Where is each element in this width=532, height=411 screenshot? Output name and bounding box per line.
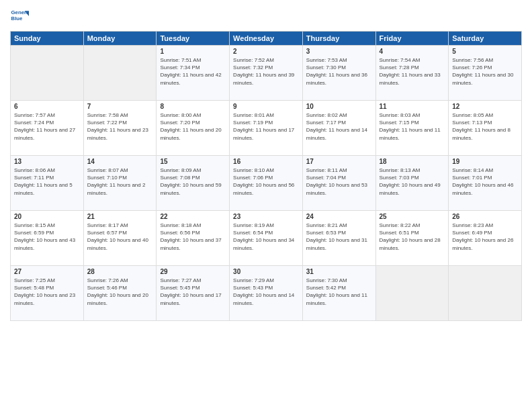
- day-info: Sunrise: 7:57 AMSunset: 7:24 PMDaylight:…: [14, 111, 80, 142]
- calendar-cell: 7Sunrise: 7:58 AMSunset: 7:22 PMDaylight…: [83, 101, 157, 156]
- calendar-cell: 5Sunrise: 7:56 AMSunset: 7:26 PMDaylight…: [449, 46, 522, 101]
- calendar-cell: 25Sunrise: 8:22 AMSunset: 6:51 PMDayligh…: [375, 211, 449, 266]
- calendar-table: Sunday Monday Tuesday Wednesday Thursday…: [10, 31, 522, 321]
- day-number: 22: [160, 213, 226, 220]
- day-info: Sunrise: 7:27 AMSunset: 5:45 PMDaylight:…: [160, 277, 226, 307]
- day-info: Sunrise: 8:22 AMSunset: 6:51 PMDaylight:…: [380, 222, 445, 252]
- day-info: Sunrise: 7:52 AMSunset: 7:32 PMDaylight:…: [233, 56, 299, 87]
- day-number: 6: [14, 103, 80, 110]
- calendar-cell: 31Sunrise: 7:30 AMSunset: 5:42 PMDayligh…: [302, 266, 375, 321]
- header-saturday: Saturday: [449, 32, 522, 46]
- day-number: 29: [160, 268, 226, 275]
- svg-text:Blue: Blue: [11, 15, 24, 21]
- calendar-cell: 26Sunrise: 8:23 AMSunset: 6:49 PMDayligh…: [449, 211, 522, 266]
- day-info: Sunrise: 7:29 AMSunset: 5:43 PMDaylight:…: [233, 277, 299, 307]
- calendar-cell: 29Sunrise: 7:27 AMSunset: 5:45 PMDayligh…: [157, 266, 230, 321]
- calendar-cell: 2Sunrise: 7:52 AMSunset: 7:32 PMDaylight…: [230, 46, 303, 101]
- day-number: 12: [452, 103, 518, 110]
- calendar-cell: 27Sunrise: 7:25 AMSunset: 5:48 PMDayligh…: [11, 266, 84, 321]
- calendar-cell: 22Sunrise: 8:18 AMSunset: 6:56 PMDayligh…: [157, 211, 230, 266]
- day-number: 9: [233, 103, 299, 110]
- day-info: Sunrise: 8:15 AMSunset: 6:59 PMDaylight:…: [14, 222, 80, 252]
- day-number: 17: [306, 158, 372, 165]
- day-number: 14: [87, 158, 153, 165]
- day-info: Sunrise: 7:25 AMSunset: 5:48 PMDaylight:…: [14, 277, 80, 307]
- day-number: 24: [306, 213, 372, 220]
- calendar-cell: 28Sunrise: 7:26 AMSunset: 5:46 PMDayligh…: [83, 266, 157, 321]
- calendar-week-4: 27Sunrise: 7:25 AMSunset: 5:48 PMDayligh…: [11, 266, 522, 321]
- day-number: 20: [14, 213, 80, 220]
- day-number: 15: [160, 158, 226, 165]
- day-info: Sunrise: 8:18 AMSunset: 6:56 PMDaylight:…: [160, 222, 226, 252]
- logo-icon: General Blue: [10, 7, 29, 26]
- day-info: Sunrise: 7:51 AMSunset: 7:34 PMDaylight:…: [160, 56, 226, 87]
- header-friday: Friday: [375, 32, 449, 46]
- calendar-cell: 8Sunrise: 8:00 AMSunset: 7:20 PMDaylight…: [157, 101, 230, 156]
- day-info: Sunrise: 8:14 AMSunset: 7:01 PMDaylight:…: [452, 167, 518, 197]
- calendar-cell: 6Sunrise: 7:57 AMSunset: 7:24 PMDaylight…: [11, 101, 84, 156]
- day-info: Sunrise: 8:11 AMSunset: 7:04 PMDaylight:…: [306, 167, 372, 197]
- day-info: Sunrise: 8:02 AMSunset: 7:17 PMDaylight:…: [306, 111, 372, 142]
- day-info: Sunrise: 7:53 AMSunset: 7:30 PMDaylight:…: [306, 56, 372, 87]
- day-number: 7: [87, 103, 153, 110]
- day-number: 5: [452, 48, 518, 55]
- calendar-cell: 20Sunrise: 8:15 AMSunset: 6:59 PMDayligh…: [11, 211, 84, 266]
- header-tuesday: Tuesday: [157, 32, 230, 46]
- day-info: Sunrise: 8:19 AMSunset: 6:54 PMDaylight:…: [233, 222, 299, 252]
- day-info: Sunrise: 8:00 AMSunset: 7:20 PMDaylight:…: [160, 111, 226, 142]
- day-number: 18: [380, 158, 445, 165]
- logo: General Blue: [10, 7, 32, 26]
- calendar-cell: 13Sunrise: 8:06 AMSunset: 7:11 PMDayligh…: [11, 156, 84, 211]
- calendar-cell: 23Sunrise: 8:19 AMSunset: 6:54 PMDayligh…: [230, 211, 303, 266]
- calendar-cell: [449, 266, 522, 321]
- calendar-cell: 21Sunrise: 8:17 AMSunset: 6:57 PMDayligh…: [83, 211, 157, 266]
- day-number: 11: [380, 103, 445, 110]
- day-info: Sunrise: 8:21 AMSunset: 6:53 PMDaylight:…: [306, 222, 372, 252]
- calendar-cell: 1Sunrise: 7:51 AMSunset: 7:34 PMDaylight…: [157, 46, 230, 101]
- day-number: 26: [452, 213, 518, 220]
- calendar-cell: 16Sunrise: 8:10 AMSunset: 7:06 PMDayligh…: [230, 156, 303, 211]
- day-number: 10: [306, 103, 372, 110]
- day-number: 23: [233, 213, 299, 220]
- day-info: Sunrise: 7:30 AMSunset: 5:42 PMDaylight:…: [306, 277, 372, 307]
- header-monday: Monday: [83, 32, 157, 46]
- calendar-week-0: 1Sunrise: 7:51 AMSunset: 7:34 PMDaylight…: [11, 46, 522, 101]
- day-info: Sunrise: 8:05 AMSunset: 7:13 PMDaylight:…: [452, 111, 518, 142]
- day-info: Sunrise: 7:58 AMSunset: 7:22 PMDaylight:…: [87, 111, 153, 142]
- calendar-cell: 10Sunrise: 8:02 AMSunset: 7:17 PMDayligh…: [302, 101, 375, 156]
- day-number: 4: [380, 48, 445, 55]
- calendar-cell: [375, 266, 449, 321]
- calendar-cell: [11, 46, 84, 101]
- day-number: 1: [160, 48, 226, 55]
- day-number: 25: [380, 213, 445, 220]
- calendar-cell: 17Sunrise: 8:11 AMSunset: 7:04 PMDayligh…: [302, 156, 375, 211]
- calendar-cell: 18Sunrise: 8:13 AMSunset: 7:03 PMDayligh…: [375, 156, 449, 211]
- day-number: 13: [14, 158, 80, 165]
- calendar-cell: 11Sunrise: 8:03 AMSunset: 7:15 PMDayligh…: [375, 101, 449, 156]
- day-info: Sunrise: 8:10 AMSunset: 7:06 PMDaylight:…: [233, 167, 299, 197]
- day-info: Sunrise: 8:06 AMSunset: 7:11 PMDaylight:…: [14, 167, 80, 197]
- day-number: 28: [87, 268, 153, 275]
- calendar-cell: 4Sunrise: 7:54 AMSunset: 7:28 PMDaylight…: [375, 46, 449, 101]
- calendar-cell: 14Sunrise: 8:07 AMSunset: 7:10 PMDayligh…: [83, 156, 157, 211]
- calendar-cell: 15Sunrise: 8:09 AMSunset: 7:08 PMDayligh…: [157, 156, 230, 211]
- day-info: Sunrise: 8:13 AMSunset: 7:03 PMDaylight:…: [380, 167, 445, 197]
- day-info: Sunrise: 8:17 AMSunset: 6:57 PMDaylight:…: [87, 222, 153, 252]
- header-thursday: Thursday: [302, 32, 375, 46]
- calendar-week-2: 13Sunrise: 8:06 AMSunset: 7:11 PMDayligh…: [11, 156, 522, 211]
- day-info: Sunrise: 8:09 AMSunset: 7:08 PMDaylight:…: [160, 167, 226, 197]
- calendar-cell: 3Sunrise: 7:53 AMSunset: 7:30 PMDaylight…: [302, 46, 375, 101]
- header: General Blue: [10, 7, 522, 26]
- header-row: Sunday Monday Tuesday Wednesday Thursday…: [11, 32, 522, 46]
- header-sunday: Sunday: [11, 32, 84, 46]
- day-number: 16: [233, 158, 299, 165]
- day-number: 3: [306, 48, 372, 55]
- calendar-cell: 24Sunrise: 8:21 AMSunset: 6:53 PMDayligh…: [302, 211, 375, 266]
- day-number: 2: [233, 48, 299, 55]
- day-number: 31: [306, 268, 372, 275]
- day-number: 21: [87, 213, 153, 220]
- calendar-cell: [83, 46, 157, 101]
- day-info: Sunrise: 7:56 AMSunset: 7:26 PMDaylight:…: [452, 56, 518, 87]
- calendar-cell: 19Sunrise: 8:14 AMSunset: 7:01 PMDayligh…: [449, 156, 522, 211]
- day-info: Sunrise: 7:26 AMSunset: 5:46 PMDaylight:…: [87, 277, 153, 307]
